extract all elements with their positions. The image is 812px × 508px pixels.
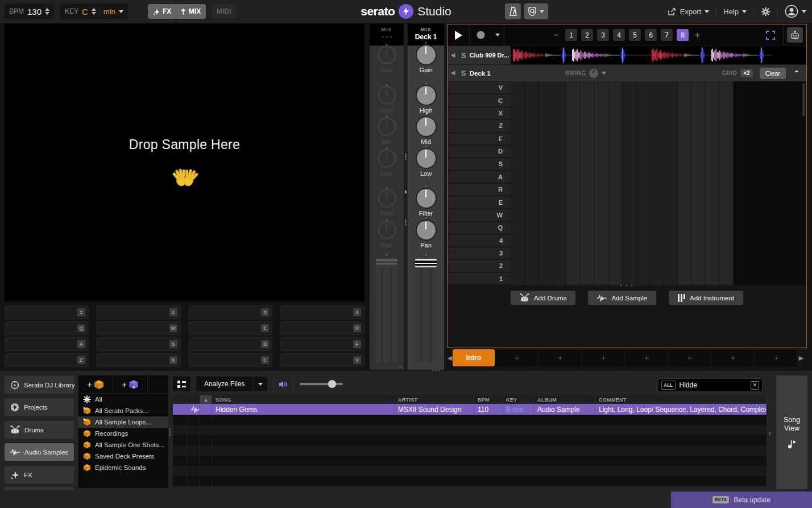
key-scale-select[interactable]: min (103, 7, 115, 16)
step-row-V[interactable]: V (448, 82, 511, 93)
column-header-bpm[interactable]: BPM (474, 395, 503, 404)
scene-tab-add-2[interactable]: + (539, 349, 581, 366)
crate-all-sample-loops-[interactable]: All Sample Loops... (78, 416, 168, 428)
solo-button[interactable]: S (461, 51, 466, 60)
step-column-2[interactable] (525, 81, 539, 285)
sidebar-item-projects[interactable]: Projects (5, 398, 74, 416)
sample-drop-zone[interactable]: Drop Sample Here (5, 24, 364, 301)
step-row-X[interactable]: X (448, 108, 511, 119)
search-box[interactable]: ALL Hidde ✕ (658, 378, 763, 392)
bar-button-8[interactable]: 8 (677, 29, 689, 41)
crate-resize-handle[interactable]: ••• (169, 428, 171, 436)
sample-pad-1[interactable]: 1 (5, 305, 89, 319)
step-row-S[interactable]: S (448, 158, 511, 170)
scene-tab-intro[interactable]: Intro (453, 349, 495, 366)
table-row-empty[interactable] (173, 476, 767, 486)
search-clear-button[interactable]: ✕ (751, 381, 759, 390)
mix-toggle-button[interactable]: MIX (175, 4, 206, 19)
song-view-button[interactable]: Song View (776, 375, 807, 489)
bar-button-4[interactable]: 4 (613, 29, 625, 41)
scene-tab-add-6[interactable]: + (712, 349, 754, 366)
step-column-11[interactable] (650, 81, 664, 285)
analyze-files-button[interactable]: Analyze Files (196, 380, 252, 388)
table-row-empty[interactable] (173, 466, 767, 476)
scene-tab-add-5[interactable]: + (669, 349, 711, 366)
scene-scroll-right[interactable]: ▶ (798, 354, 804, 362)
bar-button-5[interactable]: 5 (629, 29, 641, 41)
key-value[interactable]: C (82, 7, 88, 16)
mixer-collapse-chevron[interactable]: ‹ (405, 188, 407, 196)
table-row-selected[interactable]: Hidden GemsMSXII Sound Design110B minAud… (173, 404, 767, 415)
sample-pad-F[interactable]: F (280, 337, 364, 351)
help-menu[interactable]: Help (723, 7, 747, 16)
bar-remove-button[interactable]: − (552, 30, 561, 40)
step-row-A[interactable]: A (448, 171, 511, 183)
step-column-16[interactable] (720, 81, 734, 285)
bar-button-3[interactable]: 3 (597, 29, 609, 41)
preview-volume-slider[interactable] (300, 383, 343, 385)
chevron-down-icon[interactable] (540, 10, 544, 13)
vertical-scrollbar[interactable] (802, 83, 805, 116)
bar-button-2[interactable]: 2 (581, 29, 593, 41)
key-control[interactable]: KEY C min (60, 3, 128, 19)
table-row-empty[interactable] (173, 425, 767, 435)
step-row-C[interactable]: C (448, 94, 511, 106)
drag-handle-dots[interactable]: ••• (405, 154, 407, 160)
add-instrument-button[interactable]: Add Instrument (669, 291, 743, 305)
column-header-album[interactable]: ALBUM (534, 395, 595, 404)
account-menu[interactable] (785, 5, 806, 18)
gain-knob[interactable] (417, 46, 436, 64)
grid-multiplier-button[interactable]: ×2 (740, 69, 752, 77)
step-row-R[interactable]: R (448, 184, 511, 195)
search-input[interactable]: Hidde (680, 381, 747, 389)
waveform-display[interactable] (511, 46, 806, 64)
mid-knob[interactable] (417, 117, 436, 136)
table-row-empty[interactable] (173, 456, 767, 466)
bar-button-1[interactable]: 1 (565, 29, 577, 41)
assistant-button[interactable] (787, 27, 803, 43)
sample-pad-Q[interactable]: Q (5, 321, 89, 335)
step-row-F[interactable]: F (448, 133, 511, 144)
step-row-3[interactable]: 3 (448, 247, 511, 259)
step-column-10[interactable] (636, 81, 651, 285)
settings-button[interactable] (761, 7, 770, 16)
scene-tab-add-3[interactable]: + (582, 349, 624, 366)
sample-pad-D[interactable]: D (189, 337, 273, 351)
sidebar-item-drums[interactable]: Drums (5, 421, 74, 439)
songview-collapse-chevron[interactable]: ‹ (769, 429, 771, 437)
mute-speaker-icon[interactable] (451, 52, 458, 59)
chevron-down-icon[interactable] (602, 72, 606, 75)
low-knob[interactable] (417, 149, 436, 168)
step-column-4[interactable] (553, 81, 567, 285)
sample-pad-A[interactable]: A (5, 337, 89, 351)
bpm-control[interactable]: BPM 130 (5, 3, 54, 19)
column-header-artist[interactable]: ARTIST (395, 395, 474, 404)
sample-pad-X[interactable]: X (97, 353, 181, 367)
analyze-options-dropdown[interactable] (252, 377, 267, 391)
filter-knob[interactable] (417, 189, 436, 208)
step-row-2[interactable]: 2 (448, 260, 511, 271)
clear-button[interactable]: Clear (760, 68, 786, 79)
high-knob[interactable] (417, 86, 436, 105)
step-column-6[interactable] (581, 81, 595, 285)
sidebar-item-fx[interactable]: FX (5, 466, 74, 484)
sample-pad-4[interactable]: 4 (280, 305, 364, 319)
step-row-1[interactable]: 1 (448, 273, 511, 284)
bpm-stepper[interactable] (45, 8, 49, 15)
scene-tab-add-7[interactable]: + (755, 349, 797, 366)
step-column-15[interactable] (706, 81, 720, 285)
mute-speaker-icon[interactable] (451, 70, 458, 76)
sidebar-item-partial[interactable] (5, 487, 74, 490)
step-row-Q[interactable]: Q (448, 222, 511, 233)
channel-fader[interactable] (415, 259, 437, 362)
audio-track-header[interactable]: S Club 909 Dr... (448, 46, 511, 64)
column-header-song[interactable]: SONG (212, 395, 395, 404)
sample-pad-W[interactable]: W (97, 321, 181, 335)
step-row-E[interactable]: E (448, 196, 511, 208)
deck-collapse-chevron[interactable]: ⌃ (794, 69, 799, 77)
sample-pad-Z[interactable]: Z (5, 353, 89, 367)
midi-button[interactable]: MIDI (212, 5, 236, 18)
add-sample-button[interactable]: Add Sample (588, 291, 656, 305)
drag-handle-dots[interactable]: ••• (405, 220, 407, 226)
sample-pad-S[interactable]: S (97, 337, 181, 351)
